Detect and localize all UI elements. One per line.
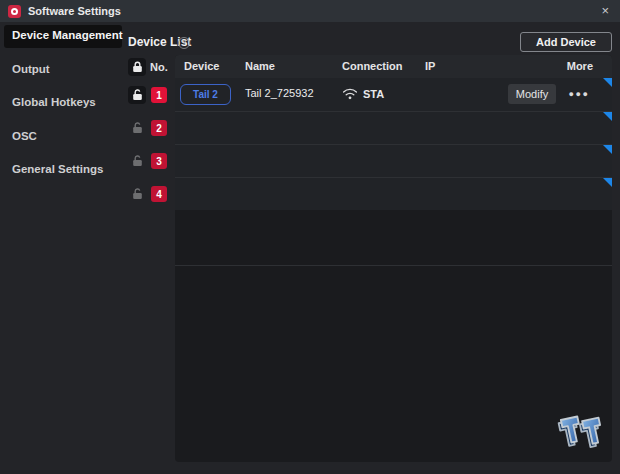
sidebar-item-general-settings[interactable]: General Settings: [12, 161, 103, 177]
modify-button[interactable]: Modify: [508, 84, 556, 104]
lock-open-icon: [132, 89, 143, 101]
row-number-badge: 2: [151, 120, 167, 136]
window-title: Software Settings: [28, 5, 121, 17]
lock-open-icon: [132, 155, 143, 167]
corner-marker-icon: [603, 78, 612, 87]
table-row[interactable]: [175, 177, 612, 210]
sidebar-item-device-management[interactable]: Device Management: [4, 25, 122, 48]
row-lock-toggle[interactable]: [128, 119, 146, 137]
sidebar-item-osc[interactable]: OSC: [12, 128, 37, 144]
table-row[interactable]: [175, 111, 612, 144]
table-row[interactable]: [175, 144, 612, 177]
row-lock-toggle[interactable]: [128, 152, 146, 170]
device-tag-button[interactable]: Tail 2: [180, 84, 231, 105]
row-number-badge: 3: [151, 153, 167, 169]
column-device: Device: [184, 60, 219, 72]
rows-divider: [175, 265, 612, 266]
connection-type: STA: [363, 88, 384, 100]
wifi-icon: [342, 87, 358, 100]
table-header: Device Name Connection IP More: [175, 55, 612, 78]
column-connection: Connection: [342, 60, 403, 72]
app-icon: [8, 5, 21, 18]
device-table: Device Name Connection IP More Tail 2 Ta…: [175, 55, 612, 462]
more-options-button[interactable]: ●●●: [565, 82, 593, 106]
lock-all-toggle[interactable]: [128, 58, 146, 76]
row-number-badge: 4: [151, 186, 167, 202]
sidebar-item-output[interactable]: Output: [12, 61, 50, 77]
column-more: More: [567, 60, 593, 72]
row-number-badge: 1: [151, 87, 167, 103]
lock-open-icon: [132, 188, 143, 200]
tt-logo-watermark: [557, 405, 613, 461]
lock-closed-icon: [132, 61, 143, 73]
close-icon[interactable]: ×: [601, 3, 609, 18]
help-icon[interactable]: ?: [178, 37, 190, 49]
row-lock-toggle[interactable]: [128, 185, 146, 203]
lock-open-icon: [132, 122, 143, 134]
add-device-button[interactable]: Add Device: [520, 32, 612, 52]
column-ip: IP: [425, 60, 435, 72]
record-ring-icon: [11, 8, 18, 15]
connection-cell: STA: [342, 87, 384, 100]
corner-marker-icon: [603, 178, 612, 187]
corner-marker-icon: [603, 145, 612, 154]
device-name: Tail 2_725932: [245, 87, 314, 99]
column-name: Name: [245, 60, 275, 72]
row-lock-toggle[interactable]: [128, 86, 146, 104]
software-settings-window: Software Settings × Device Management Ou…: [0, 0, 620, 474]
sidebar-item-global-hotkeys[interactable]: Global Hotkeys: [12, 94, 96, 110]
sidebar-item-label: Device Management: [12, 29, 123, 41]
titlebar: Software Settings ×: [0, 0, 620, 22]
table-row[interactable]: Tail 2 Tail 2_725932 STA Modify ●●●: [175, 78, 612, 111]
corner-marker-icon: [603, 112, 612, 121]
column-no: No.: [150, 61, 168, 73]
